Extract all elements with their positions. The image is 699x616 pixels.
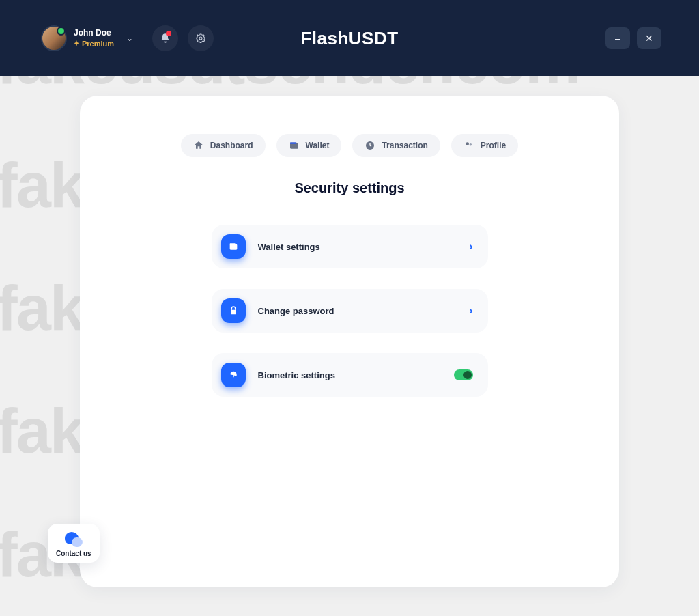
window-controls: – ✕ [605,27,661,49]
minimize-icon: – [615,33,620,44]
home-icon [193,140,204,151]
close-icon: ✕ [645,33,653,44]
svg-point-5 [469,143,472,146]
setting-label: Biometric settings [258,370,442,380]
svg-rect-2 [290,142,296,144]
tab-label: Dashboard [210,141,253,150]
fingerprint-icon [221,363,246,387]
settings-list: Wallet settings › Change password › Biom… [80,225,619,397]
tab-label: Wallet [306,141,330,150]
svg-rect-7 [229,243,235,245]
notifications-button[interactable] [152,25,178,51]
user-text: John Doe Premium [74,28,114,48]
contact-label: Contact us [56,550,91,557]
minimize-button[interactable]: – [605,27,630,49]
wallet-settings-icon [221,234,246,259]
profile-icon [463,140,474,151]
setting-label: Change password [258,306,457,316]
contact-us-button[interactable]: Contact us [48,524,100,563]
tab-profile[interactable]: Profile [451,134,518,157]
brand-title: FlashUSDT [300,28,398,49]
gear-icon [195,33,206,44]
svg-rect-8 [231,310,236,315]
svg-point-0 [199,37,202,40]
chevron-right-icon: › [469,305,472,317]
chat-icon [65,532,83,547]
biometric-toggle[interactable] [454,369,473,380]
tab-transaction[interactable]: Transaction [352,134,440,157]
chevron-right-icon: › [469,240,472,253]
nav-tabs: Dashboard Wallet Transaction Profile [80,134,619,157]
user-plan-label: Premium [74,39,114,48]
tab-label: Transaction [382,141,427,150]
setting-wallet[interactable]: Wallet settings › [212,225,488,268]
close-button[interactable]: ✕ [637,27,661,49]
setting-change-password[interactable]: Change password › [212,289,488,333]
stage: Dashboard Wallet Transaction Profile [0,76,699,587]
main-card: Dashboard Wallet Transaction Profile [80,96,619,587]
avatar [41,25,67,51]
setting-label: Wallet settings [258,242,457,252]
user-name-label: John Doe [74,28,114,39]
tab-dashboard[interactable]: Dashboard [181,134,266,157]
lock-icon [221,298,246,323]
clock-icon [365,140,375,151]
page-title: Security settings [80,180,619,196]
wallet-icon [289,140,300,151]
app-header: John Doe Premium ⌄ FlashUSDT – ✕ [0,0,699,76]
user-menu[interactable]: John Doe Premium ⌄ [41,25,133,51]
svg-point-4 [466,142,469,145]
setting-biometric[interactable]: Biometric settings [212,353,488,397]
chevron-down-icon[interactable]: ⌄ [126,33,133,43]
settings-button[interactable] [188,25,214,51]
tab-wallet[interactable]: Wallet [276,134,342,157]
tab-label: Profile [481,141,506,150]
